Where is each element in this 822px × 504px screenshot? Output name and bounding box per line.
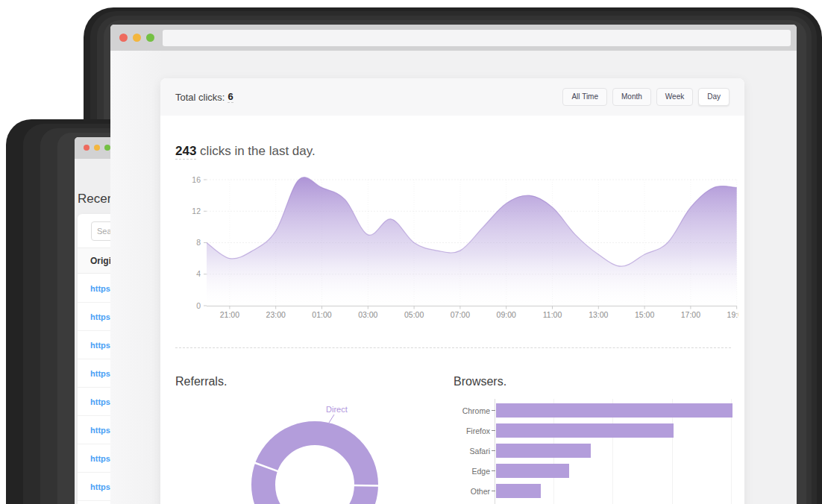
analytics-card: Total clicks: 6 All TimeMonthWeekDay 243… [160,78,744,504]
total-clicks-value: 6 [228,91,233,103]
svg-text:19:00: 19:00 [727,310,738,319]
url-bar[interactable] [163,30,791,46]
minimize-window-icon[interactable] [94,145,100,151]
minimize-window-icon[interactable] [133,34,141,42]
bar-value-edge [496,464,569,478]
date-range-button-group: All TimeMonthWeekDay [562,88,730,106]
bar-category-label: Chrome [448,406,490,415]
bar-row-edge: Edge [448,461,743,481]
axis-tick [492,450,495,451]
browsers-section-title: Browsers. [454,375,506,388]
close-window-icon[interactable] [119,34,128,42]
clicks-count: 243 [175,144,196,160]
referrals-donut-chart: Direct [246,399,388,504]
bar-row-chrome: Chrome [448,400,743,420]
referrals-section-title: Referrals. [175,375,227,388]
screenshot-stage: Recent Origin https://https://https://ht… [0,0,822,504]
range-button-all-time[interactable]: All Time [562,88,607,106]
svg-text:09:00: 09:00 [497,310,516,319]
axis-tick [492,430,495,431]
svg-text:07:00: 07:00 [451,310,470,319]
close-window-icon[interactable] [84,145,90,151]
svg-text:16: 16 [192,175,201,184]
svg-text:11:00: 11:00 [543,310,562,319]
range-button-week[interactable]: Week [656,88,693,106]
bar-category-label: Safari [448,447,490,456]
svg-text:17:00: 17:00 [681,310,700,319]
bar-row-firefox: Firefox [448,420,743,441]
axis-tick [492,470,495,471]
range-button-month[interactable]: Month [612,88,651,106]
bar-category-label: Firefox [448,426,490,435]
svg-text:03:00: 03:00 [358,310,377,319]
clicks-area-chart: 21:0023:0001:0003:0005:0007:0009:0011:00… [175,171,738,328]
svg-text:12: 12 [192,207,201,215]
section-divider [175,347,731,348]
bar-value-chrome [496,403,732,418]
foreground-window-titlebar [110,25,797,51]
svg-text:0: 0 [196,301,201,310]
maximize-window-icon[interactable] [104,145,110,151]
foreground-browser-window: Total clicks: 6 All TimeMonthWeekDay 243… [110,25,797,504]
svg-text:4: 4 [196,269,201,278]
svg-text:13:00: 13:00 [589,310,608,319]
clicks-headline-text: clicks in the last day. [196,144,315,158]
svg-text:8: 8 [196,238,201,247]
bar-value-other [496,484,541,498]
clicks-headline: 243 clicks in the last day. [175,144,316,159]
bar-row-other: Other [448,481,743,501]
axis-tick [492,491,495,491]
maximize-window-icon[interactable] [146,34,154,42]
svg-text:01:00: 01:00 [312,310,331,319]
bar-row-safari: Safari [448,441,743,461]
bar-value-firefox [496,423,674,438]
range-button-day[interactable]: Day [698,88,730,106]
donut-segment-label-direct: Direct [326,405,348,414]
analytics-card-header: Total clicks: 6 All TimeMonthWeekDay [160,78,744,116]
bar-category-label: Edge [448,467,490,476]
bar-category-label: Other [448,487,490,496]
total-clicks-label: Total clicks: [175,92,225,103]
browsers-bar-chart: ChromeFirefoxSafariEdgeOther [448,400,743,501]
svg-text:15:00: 15:00 [635,310,654,319]
axis-tick [492,410,495,411]
svg-text:21:00: 21:00 [220,310,239,319]
bar-value-safari [496,444,591,458]
svg-text:23:00: 23:00 [266,310,286,319]
svg-text:05:00: 05:00 [404,310,424,319]
